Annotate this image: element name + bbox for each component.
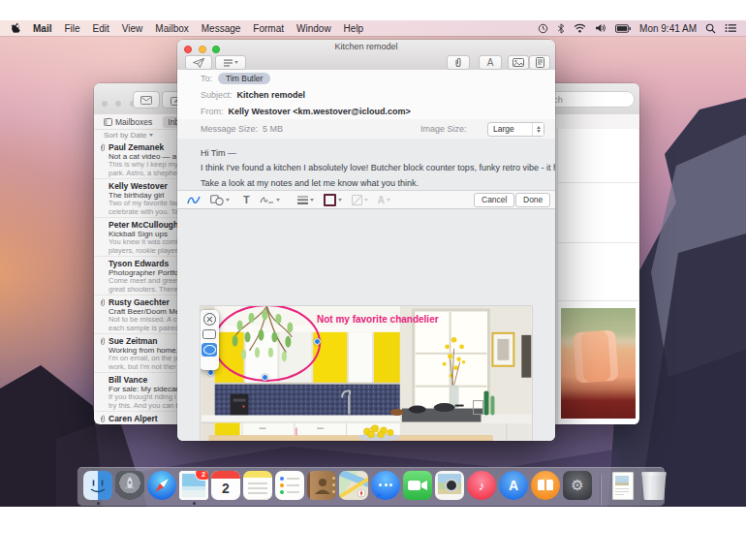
subject-field[interactable]: Subject: Kitchen remodel bbox=[177, 86, 555, 104]
clock-icon[interactable] bbox=[538, 23, 548, 34]
menu-file[interactable]: File bbox=[64, 23, 79, 34]
done-button[interactable]: Done bbox=[515, 193, 550, 207]
dock-icon-document[interactable] bbox=[607, 471, 637, 500]
get-mail-button[interactable] bbox=[133, 91, 160, 109]
sign-tool[interactable] bbox=[260, 195, 280, 205]
annotation-ellipse[interactable] bbox=[213, 306, 321, 382]
dock-icon-system-preferences[interactable]: ⚙ bbox=[563, 471, 592, 500]
bluetooth-icon[interactable] bbox=[557, 23, 565, 34]
zoom-button[interactable] bbox=[212, 46, 220, 53]
shapes-icon bbox=[210, 195, 224, 205]
shape-style-popover bbox=[201, 310, 219, 370]
mailboxes-button[interactable]: Mailboxes bbox=[104, 117, 152, 127]
notification-center-icon[interactable] bbox=[725, 23, 736, 33]
menu-help[interactable]: Help bbox=[344, 23, 364, 34]
recipient-token[interactable]: Tim Butler bbox=[218, 73, 270, 84]
menu-format[interactable]: Format bbox=[253, 23, 284, 34]
close-button[interactable] bbox=[184, 46, 192, 53]
border-color-swatch bbox=[324, 194, 336, 206]
menu-message[interactable]: Message bbox=[202, 23, 241, 34]
apple-menu-icon[interactable] bbox=[11, 22, 20, 34]
markup-canvas[interactable]: Not my favorite chandelier bbox=[201, 306, 532, 441]
dock-icon-facetime[interactable] bbox=[403, 471, 432, 500]
menu-edit[interactable]: Edit bbox=[93, 23, 109, 34]
body-line: Hi Tim — bbox=[201, 148, 236, 158]
paperclip-icon bbox=[100, 298, 106, 307]
dock-icon-messages[interactable] bbox=[371, 471, 400, 500]
badge: 2 bbox=[195, 471, 208, 481]
stationery-button[interactable] bbox=[529, 55, 550, 70]
paperclip-icon bbox=[454, 57, 462, 68]
dock-icon-mail[interactable]: 2 bbox=[179, 471, 208, 500]
video-camera-icon bbox=[403, 471, 432, 500]
running-indicator-finder bbox=[97, 502, 100, 505]
from-field[interactable]: From: Kelly Westover <km.westover@icloud… bbox=[177, 103, 555, 120]
volume-icon[interactable] bbox=[595, 23, 606, 33]
photo-browser-button[interactable] bbox=[508, 55, 529, 70]
menu-mailbox[interactable]: Mailbox bbox=[155, 23, 188, 34]
resize-handle[interactable] bbox=[262, 374, 268, 381]
dock-icon-finder[interactable] bbox=[83, 471, 112, 500]
email-photo-thumbnail bbox=[561, 308, 636, 419]
dock-icon-notes[interactable] bbox=[243, 471, 272, 500]
sort-control[interactable]: Sort by Date bbox=[104, 131, 153, 140]
maps-compass-icon bbox=[339, 471, 368, 500]
dock-icon-launchpad[interactable] bbox=[115, 471, 144, 500]
border-color-tool[interactable] bbox=[324, 194, 342, 206]
paperclip-icon bbox=[100, 337, 106, 346]
oval-shape-icon[interactable] bbox=[202, 343, 217, 357]
text-style-tool[interactable]: A bbox=[378, 195, 390, 205]
dock-icon-photos[interactable] bbox=[435, 471, 464, 500]
menu-clock[interactable]: Mon 9:41 AM bbox=[639, 23, 697, 34]
stepper-arrows-icon bbox=[532, 123, 544, 136]
chevron-down-icon bbox=[234, 61, 238, 64]
signature-icon bbox=[260, 195, 274, 205]
close-icon[interactable] bbox=[203, 313, 216, 326]
minimize-button[interactable] bbox=[199, 46, 206, 53]
dock-icon-contacts[interactable] bbox=[307, 471, 336, 500]
dock-icon-maps[interactable] bbox=[339, 471, 368, 500]
resize-handle[interactable] bbox=[314, 338, 321, 345]
dock-icon-itunes[interactable]: ♪ bbox=[467, 471, 496, 500]
dock-icon-trash[interactable] bbox=[639, 471, 668, 500]
fill-color-tool[interactable] bbox=[352, 195, 368, 205]
header-fields-button[interactable] bbox=[215, 55, 246, 70]
gear-icon: ⚙ bbox=[571, 477, 583, 494]
message-body[interactable]: Hi Tim — I think I've found a kitchen I … bbox=[177, 139, 555, 441]
to-field[interactable]: To: Tim Butler bbox=[177, 70, 555, 87]
line-weight-tool[interactable] bbox=[297, 196, 314, 204]
shapes-tool[interactable] bbox=[210, 195, 230, 205]
dock-icon-calendar[interactable]: 2 bbox=[211, 471, 240, 500]
dock-icon-safari[interactable] bbox=[147, 471, 176, 500]
image-size-dropdown[interactable]: Large bbox=[487, 122, 544, 137]
spotlight-icon[interactable] bbox=[705, 23, 716, 34]
compose-titlebar[interactable]: Kitchen remodel bbox=[177, 40, 555, 53]
dock-icon-app-store[interactable]: A bbox=[499, 471, 528, 500]
chevron-down-icon bbox=[387, 199, 390, 202]
send-button[interactable] bbox=[185, 55, 212, 70]
resize-handle[interactable] bbox=[207, 369, 214, 376]
dock-icon-reminders[interactable] bbox=[275, 471, 304, 500]
dock-icon-ibooks[interactable] bbox=[531, 471, 560, 500]
cancel-button[interactable]: Cancel bbox=[474, 193, 514, 207]
text-tool[interactable]: T bbox=[243, 194, 250, 205]
text-style-icon: A bbox=[378, 195, 385, 205]
attach-button[interactable] bbox=[447, 55, 470, 70]
menu-app-name[interactable]: Mail bbox=[33, 23, 51, 34]
sketch-tool[interactable] bbox=[187, 195, 201, 205]
format-button[interactable]: A bbox=[479, 55, 502, 70]
annotation-text[interactable]: Not my favorite chandelier bbox=[317, 314, 439, 325]
wifi-icon[interactable] bbox=[574, 23, 586, 33]
open-book-icon bbox=[538, 480, 553, 490]
paper-plane-icon bbox=[193, 58, 204, 68]
battery-icon[interactable] bbox=[615, 24, 631, 33]
close-button[interactable] bbox=[102, 101, 108, 107]
minimize-button[interactable] bbox=[115, 101, 121, 107]
menu-window[interactable]: Window bbox=[296, 23, 331, 34]
photo-icon bbox=[513, 58, 524, 67]
menu-view[interactable]: View bbox=[122, 23, 143, 34]
body-line: Take a look at my notes and let me know … bbox=[201, 178, 419, 188]
chevron-down-icon bbox=[276, 199, 280, 202]
rounded-rect-shape-icon[interactable] bbox=[202, 329, 216, 339]
calendar-day: 2 bbox=[211, 479, 240, 499]
